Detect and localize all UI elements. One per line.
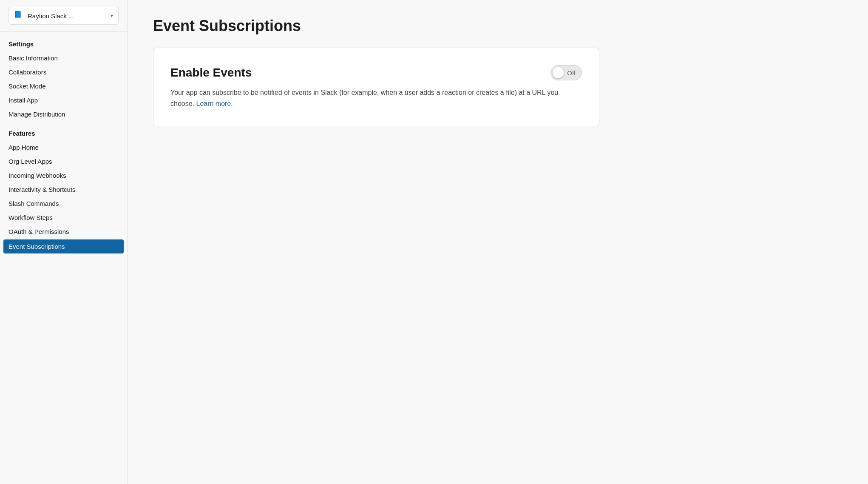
enable-events-card: Enable Events Off Your app can subscribe… (153, 48, 599, 126)
sidebar-item-install-app[interactable]: Install App (0, 93, 127, 107)
chevron-down-icon: ▾ (111, 13, 113, 19)
app-selector[interactable]: 📘 Raytion Slack ... ▾ (9, 7, 119, 25)
enable-events-toggle[interactable]: Off (550, 65, 582, 80)
sidebar-item-incoming-webhooks[interactable]: Incoming Webhooks (0, 168, 127, 182)
sidebar-item-socket-mode[interactable]: Socket Mode (0, 79, 127, 93)
app-selector-label: Raytion Slack ... (28, 12, 74, 20)
sidebar-item-collaborators[interactable]: Collaborators (0, 65, 127, 79)
sidebar: 📘 Raytion Slack ... ▾ Settings Basic Inf… (0, 0, 128, 484)
sidebar-item-basic-information[interactable]: Basic Information (0, 51, 127, 65)
sidebar-item-org-level-apps[interactable]: Org Level Apps (0, 154, 127, 168)
sidebar-item-app-home[interactable]: App Home (0, 140, 127, 154)
app-icon: 📘 (14, 11, 24, 21)
learn-more-link[interactable]: Learn more. (196, 100, 233, 107)
sidebar-header: 📘 Raytion Slack ... ▾ (0, 0, 127, 32)
main-content: Event Subscriptions Enable Events Off Yo… (128, 0, 868, 484)
sidebar-item-event-subscriptions[interactable]: Event Subscriptions (3, 239, 124, 253)
sidebar-item-oauth-permissions[interactable]: OAuth & Permissions (0, 225, 127, 239)
sidebar-item-slash-commands[interactable]: Slash Commands (0, 196, 127, 211)
card-description: Your app can subscribe to be notified of… (170, 87, 582, 109)
sidebar-item-manage-distribution[interactable]: Manage Distribution (0, 107, 127, 121)
settings-section-title: Settings (0, 32, 127, 51)
card-header: Enable Events Off (170, 65, 582, 80)
toggle-label: Off (567, 69, 576, 77)
features-section-title: Features (0, 121, 127, 140)
toggle-circle (553, 67, 564, 78)
sidebar-item-interactivity-shortcuts[interactable]: Interactivity & Shortcuts (0, 182, 127, 196)
page-title: Event Subscriptions (153, 17, 842, 35)
sidebar-item-workflow-steps[interactable]: Workflow Steps (0, 211, 127, 225)
card-title: Enable Events (170, 66, 252, 80)
